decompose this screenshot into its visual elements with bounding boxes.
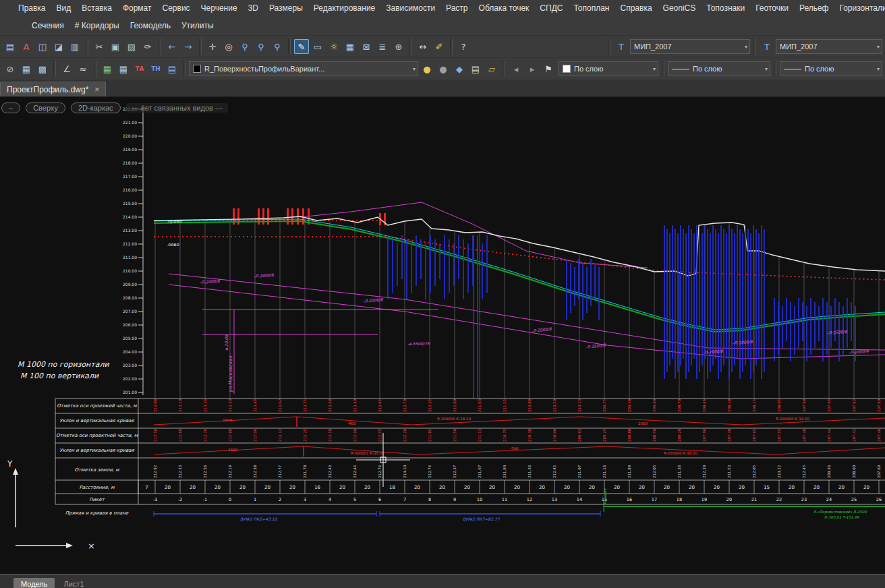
drawing-viewport[interactable]: 222.00221.00220.00219.00218.00217.00216.… [0,97,885,574]
menubar-item-12[interactable]: СПДС [535,2,567,14]
visual-style-control[interactable]: 2D-каркас [71,102,121,113]
piket-labels: -3-2-10123456789101112131415161718192021… [153,497,882,502]
dim-style-combo[interactable]: МИП_2007▾ [776,39,882,54]
copy-icon[interactable]: ▣ [108,39,123,54]
chevron-down-icon[interactable]: ▾ [653,66,656,72]
pan-icon[interactable]: ✛ [205,39,220,54]
grid-icon[interactable]: ▦ [19,61,34,76]
menubar-item-8[interactable]: Редактирование [309,2,380,14]
redo-icon[interactable]: → [181,39,196,54]
drawing-annotations: праволево-Л-2000/8-Л-3000/8-Л-2000/8-в-5… [167,218,869,521]
match-properties-icon[interactable]: ✑ [140,39,155,54]
drawing-canvas[interactable]: 222.00221.00220.00219.00218.00217.00216.… [0,97,885,574]
external-ref-icon[interactable]: ⊠ [359,39,374,54]
settings-sun-icon[interactable]: ☼ [326,39,341,54]
lineweight-combo[interactable]: По слою▾ [780,61,882,76]
svg-text:207.92: 207.92 [852,399,856,412]
layout-grid-icon[interactable]: ▦ [343,39,358,54]
plot-layer-icon[interactable]: ▤ [468,61,483,76]
table-green-icon[interactable]: ▦ [100,61,115,76]
sketch-pencil-icon[interactable]: ✐ [432,39,447,54]
zoom-window-icon[interactable]: ⚲ [237,39,252,54]
chevron-down-icon[interactable]: ▾ [877,44,880,50]
menubar-item-4[interactable]: Сервис [158,2,195,14]
menubar-item-0[interactable]: Правка [13,2,51,14]
menubar-item-13[interactable]: Топоплан [569,2,614,14]
measure-icon[interactable]: ↔ [416,39,430,54]
color-combo[interactable]: По слою▾ [559,61,658,76]
model-tab[interactable]: Модель [13,578,55,588]
menubar-item-3[interactable]: Формат [118,2,156,14]
freeze-icon[interactable]: ◆ [452,61,467,76]
next-icon[interactable]: ▸ [525,61,540,76]
properties-icon[interactable]: ≣ [375,39,390,54]
globe-icon[interactable]: ⊕ [391,39,406,54]
save-icon[interactable]: ◫ [35,39,50,54]
menubar-item-6[interactable]: 3D [244,2,263,14]
menubar2-item-2[interactable]: Геомодель [125,20,175,32]
table-n-icon[interactable]: ТН [148,61,163,76]
chevron-down-icon[interactable]: ▾ [765,66,768,72]
plan-alignment-row [154,501,885,517]
svg-text:212.60: 212.60 [178,428,182,442]
draw-pencil-icon[interactable]: ✎ [294,39,309,54]
cut-icon[interactable]: ✂ [92,39,107,54]
table-export-icon[interactable]: ▦ [116,61,131,76]
menubar-item-14[interactable]: Справка [616,2,657,14]
viewport-view-control[interactable]: Сверху [26,102,65,113]
chevron-down-icon[interactable]: ▾ [745,44,747,50]
menubar-item-19[interactable]: Горизонтали [834,2,885,14]
chevron-down-icon[interactable]: ▾ [877,66,880,72]
layer-combo[interactable]: R_ПоверхностьПрофильВариант...▾ [189,61,418,76]
plot-icon[interactable]: ▥ [67,39,82,54]
wall-icon[interactable]: ▤ [165,61,179,76]
text-style-mip-icon[interactable]: Т [614,39,629,54]
paste-icon[interactable]: ▨ [124,39,139,54]
no-plot-icon[interactable]: ⊘ [3,61,18,76]
menubar-item-1[interactable]: Вид [52,2,76,14]
menubar-item-10[interactable]: Растр [441,2,472,14]
save-as-icon[interactable]: ◪ [51,39,66,54]
angle-icon[interactable]: ∠ [59,61,74,76]
menubar-item-11[interactable]: Облака точек [474,2,534,14]
menubar2-item-0[interactable]: Сечения [27,20,69,32]
document-tab[interactable]: ПроектПрофиль.dwg* × [0,82,106,96]
help-icon[interactable]: ? [456,39,471,54]
text-style-combo[interactable]: МИП_2007▾ [630,39,750,54]
dim-style-mip-icon[interactable]: Т [760,39,774,54]
folder-icon[interactable]: ▱ [484,61,499,76]
menubar-item-16[interactable]: Топознаки [702,2,749,14]
menubar-item-2[interactable]: Вставка [77,2,117,14]
menubar-item-15[interactable]: GeoniCS [658,2,701,14]
prev-icon[interactable]: ◂ [509,61,523,76]
zoom-extents-icon[interactable]: ⚲ [270,39,285,54]
flag-icon[interactable]: ⚑ [541,61,556,76]
viewport-minimize-control[interactable]: – [1,102,20,113]
text-style-icon[interactable]: A [19,39,34,54]
menubar2-item-1[interactable]: # Коридоры [70,20,124,32]
lightbulb-icon[interactable]: ● [420,61,434,76]
table-a-icon[interactable]: ТА [132,61,147,76]
menubar-item-9[interactable]: Зависимости [381,2,440,14]
layout1-tab[interactable]: Лист1 [56,578,91,588]
chevron-down-icon[interactable]: ▾ [413,66,416,72]
menubar-item-17[interactable]: Геоточки [751,2,793,14]
rectangle-icon[interactable]: ▭ [310,39,325,54]
polyline-icon[interactable]: ≈ [76,61,90,76]
svg-text:207.55: 207.55 [777,428,781,442]
sphere-icon[interactable]: ● [436,61,451,76]
linetype-combo[interactable]: По слою▾ [668,61,770,76]
linetype-combo-value: По слою [693,65,762,73]
zoom-previous-icon[interactable]: ⚲ [254,39,268,54]
menubar-item-18[interactable]: Рельеф [795,2,834,14]
menubar-item-7[interactable]: Размеры [264,2,308,14]
undo-icon[interactable]: ← [165,39,179,54]
menubar-item-5[interactable]: Черчение [196,2,242,14]
svg-text:-в-5500/75: -в-5500/75 [407,341,430,346]
zoom-realtime-icon[interactable]: ◎ [221,39,236,54]
hatch-icon[interactable]: ▩ [35,61,50,76]
tab-close-icon[interactable]: × [94,85,99,94]
menubar2-item-3[interactable]: Утилиты [177,20,219,32]
viewport-controls: – Сверху 2D-каркас --- нет связанных вид… [0,102,228,113]
print-icon[interactable]: ▤ [3,39,18,54]
